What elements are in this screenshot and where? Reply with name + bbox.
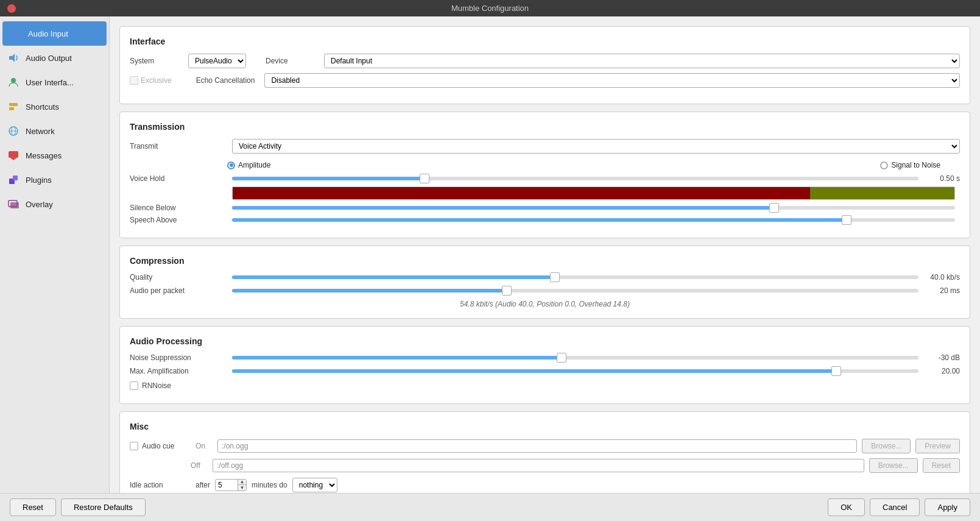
transmission-section: Transmission Transmit Voice Activity Amp… [119,112,970,238]
max-amplification-label: Max. Amplification [130,367,227,375]
max-amplification-value: 20.00 [923,367,960,375]
apply-button[interactable]: Apply [925,498,970,516]
audio-per-packet-value: 20 ms [923,286,960,295]
amplitude-label: Amplitude [238,161,270,169]
device-label: Device [266,57,314,65]
misc-title: Misc [130,422,960,431]
rnnoise-checkbox[interactable] [130,381,138,390]
transmit-select[interactable]: Voice Activity [232,139,960,154]
transmission-title: Transmission [130,122,960,132]
audio-cue-label: Audio cue [142,442,174,450]
noise-suppression-label: Noise Suppression [130,353,227,362]
svg-rect-13 [13,175,18,180]
minutes-do-label: minutes do [252,481,287,489]
reset-button[interactable]: Reset [923,458,960,473]
off-path-input[interactable] [213,459,864,472]
window-title: Mumble Configuration [451,4,529,13]
interface-title: Interface [130,37,960,46]
echo-select[interactable]: Disabled [264,73,960,88]
svg-point-4 [11,78,16,83]
idle-action-label: Idle action [130,481,191,489]
reset-main-button[interactable]: Reset [10,498,56,516]
noise-suppression-value: -30 dB [923,353,960,362]
cancel-button[interactable]: Cancel [870,498,920,516]
sidebar: Audio Input Audio Output User Interfa...… [0,16,110,493]
preview-button[interactable]: Preview [915,439,960,453]
sidebar-item-overlay[interactable]: Overlay [0,192,109,216]
svg-rect-10 [9,151,18,158]
voice-hold-slider[interactable] [232,177,918,180]
svg-rect-15 [10,202,19,208]
amplitude-radio[interactable]: Amplitude [227,161,270,169]
exclusive-label: Exclusive [141,76,172,85]
speech-above-slider[interactable] [232,218,955,222]
restore-defaults-button[interactable]: Restore Defaults [61,498,146,516]
off-label: Off [191,461,208,470]
rnnoise-label: RNNoise [142,381,171,390]
echo-label: Echo Cancellation [196,76,255,85]
after-label: after [196,481,210,489]
compression-info: 54.8 kbit/s (Audio 40.0, Position 0.0, O… [130,300,960,308]
sidebar-item-user-interface-label: User Interfa... [26,78,74,87]
network-icon [7,125,19,137]
interface-section: Interface System PulseAudio Device Defau… [119,26,970,104]
sidebar-item-audio-input-label: Audio Input [28,29,68,38]
voice-hold-label: Voice Hold [130,174,227,183]
silence-below-label: Silence Below [130,204,227,212]
signal-noise-label: Signal to Noise [891,161,940,169]
audio-per-packet-slider[interactable] [232,289,918,292]
max-amplification-slider[interactable] [232,369,918,373]
audio-meter [232,186,955,200]
user-icon [7,76,19,88]
sidebar-item-audio-output[interactable]: Audio Output [0,46,109,70]
svg-rect-6 [9,107,14,110]
svg-marker-3 [9,54,15,62]
sidebar-item-messages[interactable]: Messages [0,143,109,168]
svg-rect-5 [9,103,18,106]
svg-marker-11 [10,158,16,160]
audio-per-packet-label: Audio per packet [130,286,227,295]
browse-off-button[interactable]: Browse... [869,458,918,473]
svg-rect-0 [14,29,18,35]
quality-slider[interactable] [232,275,918,279]
shortcut-icon [7,101,19,113]
exclusive-checkbox[interactable] [130,76,138,85]
sidebar-item-network-label: Network [26,127,55,136]
browse-on-button[interactable]: Browse... [862,439,911,453]
idle-minutes-input[interactable] [216,480,238,491]
overlay-icon [7,198,19,210]
sidebar-item-audio-output-label: Audio Output [26,54,72,63]
silence-below-slider[interactable] [232,206,955,210]
content-area: Interface System PulseAudio Device Defau… [110,16,980,493]
idle-minutes-spinbox: ▲ ▼ [215,479,247,491]
signal-noise-radio[interactable]: Signal to Noise [880,161,940,169]
ok-button[interactable]: OK [828,498,865,516]
system-select[interactable]: PulseAudio [188,54,246,68]
compression-title: Compression [130,256,960,266]
speech-above-label: Speech Above [130,216,227,224]
plugin-icon [7,174,19,186]
misc-section: Misc Audio cue On Browse... Preview Off … [119,411,970,493]
on-label: On [196,442,213,450]
sidebar-item-plugins[interactable]: Plugins [0,168,109,192]
sidebar-item-messages-label: Messages [26,151,62,160]
sidebar-item-user-interface[interactable]: User Interfa... [0,70,109,94]
system-label: System [130,57,178,65]
noise-suppression-slider[interactable] [232,356,918,360]
sidebar-item-audio-input[interactable]: Audio Input [2,21,107,46]
titlebar: Mumble Configuration [0,0,980,16]
audio-cue-checkbox[interactable] [130,442,138,450]
idle-action-select[interactable]: nothing [292,478,337,492]
mic-icon [10,27,22,40]
sidebar-item-network[interactable]: Network [0,119,109,143]
spinbox-down-arrow[interactable]: ▼ [238,485,246,491]
sidebar-item-overlay-label: Overlay [26,200,53,209]
spinbox-up-arrow[interactable]: ▲ [238,480,246,485]
sidebar-item-shortcuts-label: Shortcuts [26,102,59,112]
close-button[interactable] [7,4,16,13]
device-select[interactable]: Default Input [324,54,960,68]
speaker-icon [7,52,19,64]
on-path-input[interactable] [217,439,857,453]
sidebar-item-shortcuts[interactable]: Shortcuts [0,94,109,119]
quality-label: Quality [130,273,227,282]
